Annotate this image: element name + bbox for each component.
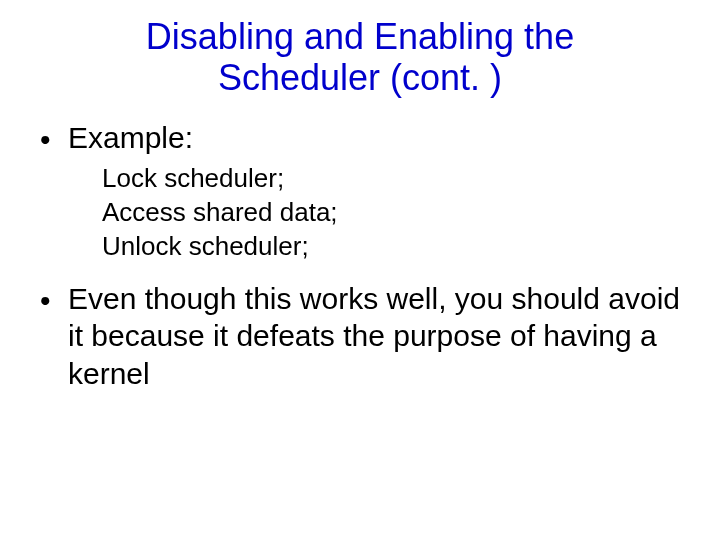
slide-title: Disabling and Enabling the Scheduler (co… bbox=[70, 16, 650, 99]
list-item: • Even though this works well, you shoul… bbox=[40, 280, 690, 393]
sub-item: Access shared data; bbox=[102, 196, 690, 230]
bullet-list: • Example: Lock scheduler; Access shared… bbox=[40, 119, 690, 392]
bullet-text: Even though this works well, you should … bbox=[68, 280, 690, 393]
sub-item: Unlock scheduler; bbox=[102, 230, 690, 264]
bullet-icon: • bbox=[40, 119, 68, 159]
bullet-icon: • bbox=[40, 280, 68, 320]
sub-item: Lock scheduler; bbox=[102, 162, 690, 196]
slide: Disabling and Enabling the Scheduler (co… bbox=[0, 0, 720, 540]
sub-list: Lock scheduler; Access shared data; Unlo… bbox=[102, 162, 690, 263]
list-item: • Example: bbox=[40, 119, 690, 159]
bullet-text: Example: bbox=[68, 119, 690, 157]
